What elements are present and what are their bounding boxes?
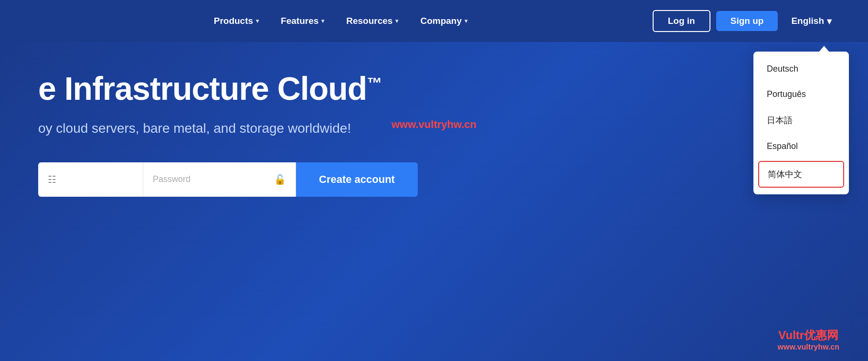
lang-option-japanese[interactable]: 日本語	[753, 107, 849, 134]
password-input[interactable]	[153, 174, 268, 184]
login-button[interactable]: Log in	[653, 10, 710, 32]
features-chevron-icon: ▾	[321, 18, 324, 24]
signup-form: ☷ 🔓 Create account	[38, 162, 468, 197]
email-input[interactable]	[62, 174, 133, 184]
nav-item-resources[interactable]: Resources ▾	[338, 12, 407, 30]
nav-products-label: Products	[214, 16, 253, 26]
watermark: Vultr优惠网 www.vultryhw.cn	[778, 328, 840, 351]
nav-item-features[interactable]: Features ▾	[272, 12, 333, 30]
nav-right: Log in Sign up English ▾	[653, 10, 839, 32]
resources-chevron-icon: ▾	[395, 18, 398, 24]
lang-option-portuguese[interactable]: Português	[753, 82, 849, 107]
lang-option-spanish[interactable]: Español	[753, 134, 849, 159]
nav-features-label: Features	[281, 16, 318, 26]
nav-resources-label: Resources	[346, 16, 392, 26]
nav-company-label: Company	[420, 16, 462, 26]
hero-section: e Infrastructure Cloud™ oy cloud servers…	[0, 42, 868, 361]
products-chevron-icon: ▾	[256, 18, 259, 24]
email-field-container: ☷	[38, 162, 143, 197]
nav-item-company[interactable]: Company ▾	[412, 12, 476, 30]
watermark-url: www.vultryhw.cn	[778, 343, 840, 351]
company-chevron-icon: ▾	[465, 18, 467, 24]
password-lock-icon: 🔓	[274, 174, 286, 185]
lang-chevron-icon: ▾	[827, 16, 832, 27]
language-label: English	[791, 16, 824, 26]
email-icon: ☷	[48, 174, 56, 185]
lang-option-chinese[interactable]: 简体中文	[758, 161, 844, 188]
navbar: Products ▾ Features ▾ Resources ▾ Compan…	[0, 0, 868, 42]
password-field-container: 🔓	[143, 162, 296, 197]
language-dropdown: Deutsch Português 日本語 Español 简体中文	[753, 52, 849, 194]
language-selector[interactable]: English ▾	[783, 12, 839, 31]
hero-title: e Infrastructure Cloud™	[38, 71, 830, 106]
nav-item-products[interactable]: Products ▾	[205, 12, 267, 30]
lang-option-deutsch[interactable]: Deutsch	[753, 56, 849, 82]
create-account-button[interactable]: Create account	[296, 162, 418, 197]
nav-items: Products ▾ Features ▾ Resources ▾ Compan…	[29, 12, 653, 30]
watermark-brand: Vultr优惠网	[778, 328, 840, 343]
center-watermark: www.vultryhw.cn	[392, 118, 476, 131]
signup-button[interactable]: Sign up	[716, 11, 778, 31]
